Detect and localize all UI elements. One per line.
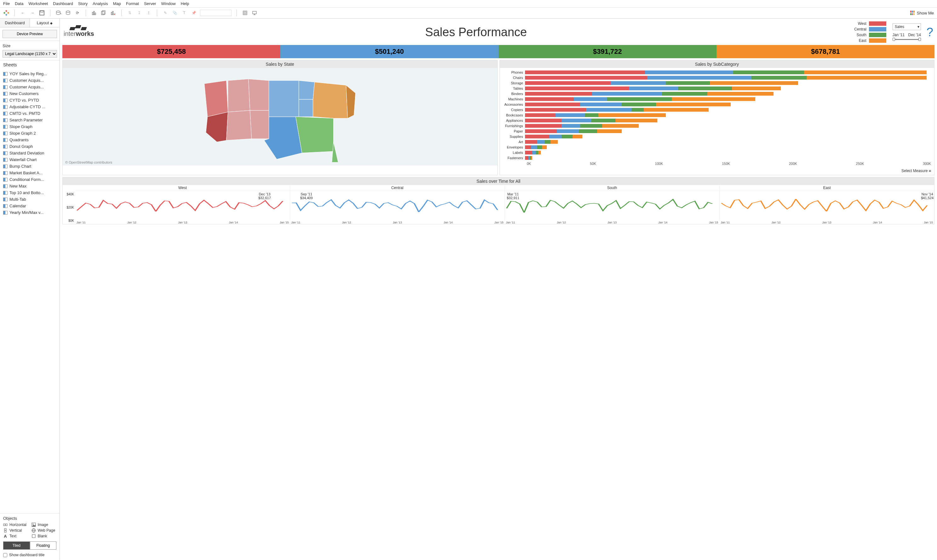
- sheet-item[interactable]: Search Parameter: [0, 117, 60, 123]
- pause-data-icon[interactable]: [65, 10, 71, 16]
- menu-server[interactable]: Server: [144, 1, 156, 6]
- menu-format[interactable]: Format: [126, 1, 139, 6]
- sheet-item[interactable]: YOY Sales by Reg...: [0, 71, 60, 77]
- bar-row[interactable]: Tables: [503, 86, 931, 91]
- tableau-logo-icon[interactable]: [3, 10, 9, 16]
- bar-row[interactable]: Labels: [503, 150, 931, 155]
- sheet-item[interactable]: Quadrants: [0, 137, 60, 143]
- menu-map[interactable]: Map: [113, 1, 121, 6]
- bar-row[interactable]: Fasteners: [503, 155, 931, 160]
- new-datasource-icon[interactable]: +: [56, 10, 62, 16]
- sheet-item[interactable]: Slope Graph 2: [0, 130, 60, 137]
- bar-row[interactable]: Paper: [503, 129, 931, 134]
- menu-worksheet[interactable]: Worksheet: [28, 1, 48, 6]
- sheet-item[interactable]: New Max: [0, 183, 60, 189]
- object-horizontal[interactable]: Horizontal: [3, 523, 28, 527]
- redo-icon[interactable]: →: [29, 10, 36, 16]
- sheet-item[interactable]: CMTD vs. PMTD: [0, 110, 60, 117]
- legend-row[interactable]: East: [851, 38, 886, 43]
- sheet-item[interactable]: Multi-Tab: [0, 196, 60, 203]
- menu-file[interactable]: File: [3, 1, 10, 6]
- show-me-button[interactable]: Show Me: [910, 11, 934, 15]
- object-webpage[interactable]: Web Page: [31, 528, 57, 532]
- sales-by-subcategory-chart[interactable]: Sales by SubCategory PhonesChairsStorage…: [500, 60, 935, 175]
- sheet-item[interactable]: Waterfall Chart: [0, 156, 60, 163]
- tiled-button[interactable]: Tiled: [3, 542, 30, 549]
- menu-dashboard[interactable]: Dashboard: [53, 1, 73, 6]
- sheet-item[interactable]: Calendar: [0, 203, 60, 209]
- bar-row[interactable]: Phones: [503, 70, 931, 75]
- sheet-item[interactable]: Customer Acquis...: [0, 77, 60, 84]
- bar-row[interactable]: Appliances: [503, 118, 931, 123]
- menu-data[interactable]: Data: [15, 1, 23, 6]
- sheet-item[interactable]: Donut Graph: [0, 143, 60, 150]
- search-input[interactable]: [200, 10, 232, 16]
- bar-row[interactable]: Binders: [503, 91, 931, 96]
- sales-by-state-chart[interactable]: Sales by State: [62, 60, 498, 175]
- menu-story[interactable]: Story: [78, 1, 88, 6]
- bar-row[interactable]: Chairs: [503, 75, 931, 80]
- sheet-item[interactable]: Adjustable CYTD ...: [0, 103, 60, 110]
- legend-row[interactable]: West: [851, 22, 886, 26]
- bar-row[interactable]: Art: [503, 139, 931, 145]
- tab-dashboard[interactable]: Dashboard: [0, 18, 30, 27]
- bar-row[interactable]: Bookcases: [503, 112, 931, 118]
- kpi-value[interactable]: $391,722: [499, 45, 716, 58]
- sheet-item[interactable]: CYTD vs. PYTD: [0, 97, 60, 103]
- object-vertical[interactable]: Vertical: [3, 528, 28, 532]
- time-panel[interactable]: SouthMar '11$32,911: [505, 185, 719, 221]
- refresh-icon[interactable]: ⟳: [74, 10, 80, 16]
- floating-button[interactable]: Floating: [30, 542, 57, 549]
- bar-row[interactable]: Supplies: [503, 134, 931, 139]
- undo-icon[interactable]: ←: [20, 10, 26, 16]
- menu-help[interactable]: Help: [181, 1, 189, 6]
- sheet-item[interactable]: Yearly Min/Max v...: [0, 209, 60, 216]
- sheet-item[interactable]: Slope Graph: [0, 123, 60, 130]
- menu-window[interactable]: Window: [161, 1, 176, 6]
- new-worksheet-icon[interactable]: [91, 10, 97, 16]
- bar-row[interactable]: Envelopes: [503, 145, 931, 150]
- sheet-item[interactable]: Top 10 and Botto...: [0, 189, 60, 196]
- time-panel[interactable]: WestDec '13$32,617: [75, 185, 290, 221]
- tab-layout[interactable]: Layout ◆: [30, 18, 60, 27]
- show-title-checkbox[interactable]: [3, 553, 7, 557]
- date-range-slider[interactable]: Jan '11 Dec '14: [892, 33, 921, 41]
- bar-row[interactable]: Furnishings: [503, 123, 931, 128]
- help-icon[interactable]: ?: [926, 26, 933, 39]
- bar-row[interactable]: Storage: [503, 80, 931, 86]
- sheet-item[interactable]: Bump Chart: [0, 163, 60, 169]
- sheet-item[interactable]: Market Basket A...: [0, 169, 60, 176]
- bar-row[interactable]: Accessories: [503, 102, 931, 107]
- object-blank[interactable]: Blank: [31, 534, 57, 538]
- menu-analysis[interactable]: Analysis: [93, 1, 108, 6]
- bar-row[interactable]: Machines: [503, 97, 931, 102]
- save-icon[interactable]: [39, 10, 45, 16]
- text-icon[interactable]: T: [181, 10, 187, 16]
- attach-icon[interactable]: 📎: [172, 10, 178, 16]
- device-preview-button[interactable]: Device Preview: [3, 30, 57, 38]
- legend-row[interactable]: Central: [851, 27, 886, 31]
- pin-icon[interactable]: 📌: [191, 10, 197, 16]
- kpi-value[interactable]: $678,781: [716, 45, 934, 58]
- select-measure-button[interactable]: Select Measure ≡: [901, 169, 931, 173]
- sheet-item[interactable]: Standard Deviation: [0, 150, 60, 156]
- highlight-icon[interactable]: ✎: [162, 10, 168, 16]
- kpi-value[interactable]: $501,240: [280, 45, 498, 58]
- object-text[interactable]: AText: [3, 534, 28, 538]
- time-panel[interactable]: EastNov '14$41,524: [719, 185, 934, 221]
- presentation-icon[interactable]: [251, 10, 258, 16]
- sheet-item[interactable]: Conditional Form...: [0, 176, 60, 183]
- sales-over-time-chart[interactable]: Sales over Time for All $40K$20K$0K West…: [62, 177, 934, 224]
- sheet-item[interactable]: New Customers: [0, 90, 60, 97]
- clear-icon[interactable]: [110, 10, 116, 16]
- object-image[interactable]: Image: [31, 523, 57, 527]
- duplicate-icon[interactable]: [100, 10, 107, 16]
- sheet-item[interactable]: Customer Acquis...: [0, 84, 60, 90]
- size-select[interactable]: Legal Landscape (1150 x 7...: [3, 50, 57, 58]
- time-panel[interactable]: CentralSep '11$34,409: [290, 185, 505, 221]
- legend-row[interactable]: South: [851, 33, 886, 37]
- bar-row[interactable]: Copiers: [503, 107, 931, 112]
- filter-select[interactable]: Sales ▾: [892, 23, 921, 30]
- fit-icon[interactable]: [242, 10, 248, 16]
- kpi-value[interactable]: $725,458: [62, 45, 280, 58]
